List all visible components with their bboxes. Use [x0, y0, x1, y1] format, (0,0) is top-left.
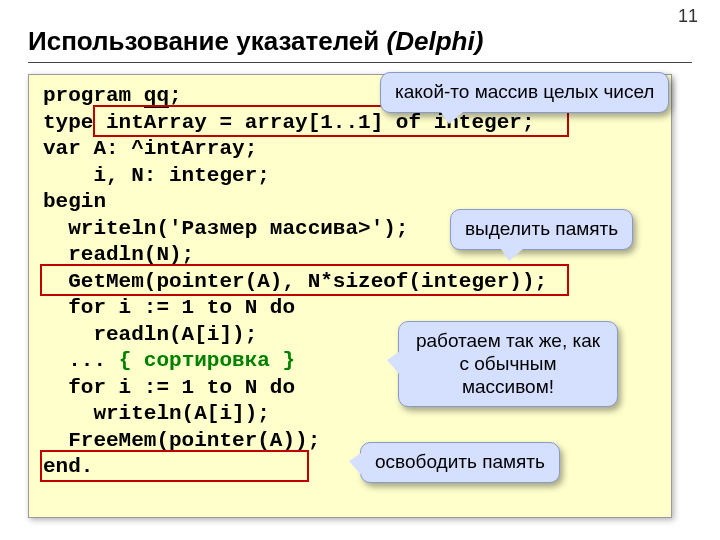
callout-free: освободить память [360, 442, 560, 483]
title-underline [28, 62, 692, 63]
code-line-12: for i := 1 to N do [43, 376, 295, 399]
code-line-11: ... { сортировка } [43, 349, 295, 372]
slide: 11 Использование указателей (Delphi) pro… [0, 0, 720, 540]
slide-title: Использование указателей (Delphi) [28, 26, 483, 57]
title-text-plain: Использование указателей [28, 26, 387, 56]
page-number: 11 [678, 6, 698, 27]
code-text: program qq; type intArray = array[1..1] … [43, 83, 657, 481]
code-line-9: for i := 1 to N do [43, 296, 295, 319]
code-line-1: program qq; [43, 84, 182, 108]
code-line-7: readln(N); [43, 243, 194, 266]
title-text-italic: (Delphi) [387, 26, 484, 56]
code-line-15: end. [43, 455, 93, 478]
callout-alloc: выделить память [450, 209, 633, 250]
code-line-10: readln(A[i]); [43, 323, 257, 346]
code-line-8: GetMem(pointer(A), N*sizeof(integer)); [43, 270, 547, 293]
code-line-4: i, N: integer; [43, 164, 270, 187]
callout-array-comment: какой-то массив целых чисел [380, 72, 669, 113]
code-line-3: var A: ^intArray; [43, 137, 257, 160]
code-line-13: writeln(A[i]); [43, 402, 270, 425]
code-line-14: FreeMem(pointer(A)); [43, 429, 320, 452]
callout-usage: работаем так же, как с обычным массивом! [398, 321, 618, 407]
code-line-5: begin [43, 190, 106, 213]
code-block: program qq; type intArray = array[1..1] … [28, 74, 672, 518]
code-line-6: writeln('Размер массива>'); [43, 217, 408, 240]
